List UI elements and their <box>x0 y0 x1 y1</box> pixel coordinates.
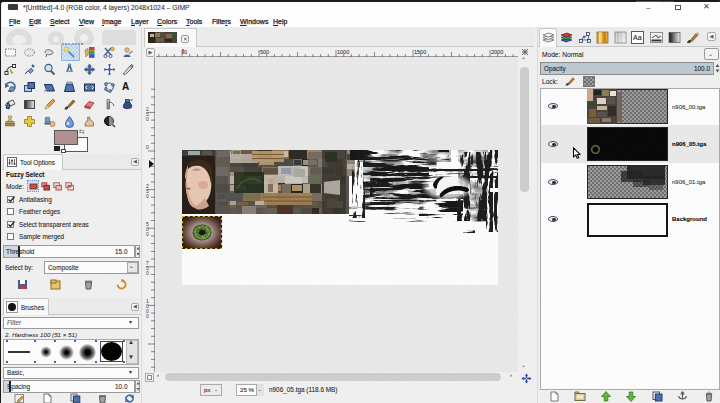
svg-text:0: 0 <box>146 193 149 199</box>
svg-text:0: 0 <box>146 116 149 122</box>
svg-text:0: 0 <box>146 270 149 276</box>
svg-text:0: 0 <box>146 144 149 150</box>
svg-text:0: 0 <box>146 231 149 237</box>
svg-text:0: 0 <box>146 313 149 319</box>
